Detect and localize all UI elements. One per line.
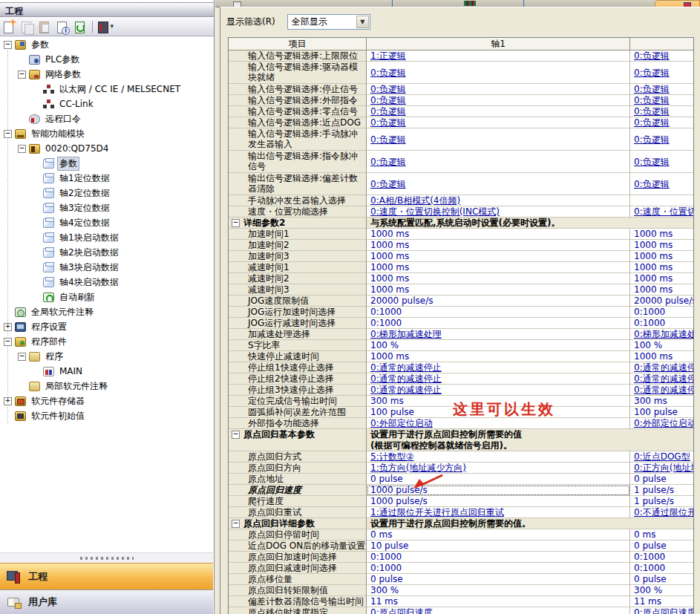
axis2-value-cell[interactable]: 0:1000 xyxy=(630,563,693,574)
tree-item-main[interactable]: MAIN xyxy=(0,364,213,379)
axis2-value-cell[interactable]: 0:负逻辑 xyxy=(630,117,693,128)
axis1-value-cell[interactable]: 300 % xyxy=(367,585,630,596)
axis2-value-cell[interactable]: 11 ms xyxy=(630,596,693,607)
axis2-value-cell[interactable]: 0:负逻辑 xyxy=(630,106,693,117)
paste-icon[interactable] xyxy=(37,20,52,34)
axis1-value-cell[interactable]: 100 % xyxy=(367,340,630,351)
axis2-value-cell[interactable]: 1 pulse/s xyxy=(630,485,693,496)
tree-item-parameter[interactable]: −参数 xyxy=(0,37,213,52)
axis1-value-cell[interactable]: 5:计数型② xyxy=(367,451,630,463)
tree-item-cc-link[interactable]: CC-Link xyxy=(0,97,213,111)
axis1-value-cell[interactable]: 0:1000 xyxy=(367,552,630,563)
collapse-icon[interactable]: − xyxy=(18,353,26,361)
tree-item-axis3-positioning-data[interactable]: 轴3定位数据 xyxy=(0,200,213,215)
axis1-value-cell[interactable]: 0:通常的减速停止 xyxy=(367,373,630,385)
tree-item-axis1-block-start-data[interactable]: 轴1块启动数据 xyxy=(0,230,213,245)
tree-item-axis2-positioning-data[interactable]: 轴2定位数据 xyxy=(0,186,213,200)
axis1-value-cell[interactable]: 0:负逻辑 xyxy=(367,84,630,95)
axis1-value-cell[interactable]: 0:原点回归速度 xyxy=(367,607,630,614)
axis2-value-cell[interactable]: 0:负逻辑 xyxy=(630,50,693,62)
expand-icon[interactable]: + xyxy=(4,397,12,405)
axis1-value-cell[interactable]: 0:负逻辑 xyxy=(367,151,630,173)
document-tab[interactable] xyxy=(393,0,524,7)
axis1-value-cell[interactable]: 0:负逻辑 xyxy=(367,117,630,128)
axis2-value-cell[interactable]: 0:负逻辑 xyxy=(630,62,693,84)
axis2-value-cell[interactable]: 100 % xyxy=(630,340,693,351)
axis2-value-cell[interactable]: 0:外部定位启动 xyxy=(630,418,693,429)
axis2-value-cell[interactable]: 0:速度・位置切换控制(INC模式) xyxy=(630,206,693,218)
axis1-value-cell[interactable]: 11 ms xyxy=(367,596,630,607)
axis2-value-cell[interactable]: 0 pulse xyxy=(630,574,693,585)
tree-item-program-parts[interactable]: −程序部件 xyxy=(0,334,213,349)
new-data-icon[interactable] xyxy=(1,20,16,34)
axis1-value-cell[interactable]: 1000 ms xyxy=(367,240,630,251)
display-filter-dropdown[interactable]: 全部显示 ▼ xyxy=(287,14,370,30)
module-dropdown-icon[interactable] xyxy=(97,20,112,34)
axis1-value-cell[interactable]: 0:通常的减速停止 xyxy=(367,385,630,396)
tree-item-device-memory[interactable]: +软元件存储器 xyxy=(0,393,213,408)
axis2-value-cell[interactable]: 1000 ms xyxy=(630,262,693,273)
collapse-icon[interactable]: − xyxy=(232,431,240,439)
axis2-value-cell[interactable]: 1000 ms xyxy=(630,351,693,362)
axis2-value-cell[interactable]: 1000 ms xyxy=(630,251,693,262)
axis1-value-cell[interactable]: 0:速度・位置切换控制(INC模式) xyxy=(367,206,630,218)
axis1-value-cell[interactable]: 0:1000 xyxy=(367,307,630,318)
tree-item-ethernet-ccie-melsecnet[interactable]: 以太网 / CC IE / MELSECNET xyxy=(0,82,213,97)
axis1-value-cell[interactable]: 0:梯形加减速处理 xyxy=(367,329,630,340)
property-icon[interactable] xyxy=(55,20,70,34)
axis2-value-cell[interactable]: 1 pulse/s xyxy=(630,496,693,507)
tree-item-axis1-positioning-data[interactable]: 轴1定位数据 xyxy=(0,171,213,186)
axis2-value-cell[interactable]: 100 pulse xyxy=(630,407,693,418)
collapse-icon[interactable]: − xyxy=(18,145,26,153)
axis1-value-cell[interactable]: 1000 ms xyxy=(367,284,630,295)
axis1-value-cell[interactable]: 1000 ms xyxy=(367,262,630,273)
axis1-value-cell[interactable]: 0:负逻辑 xyxy=(367,173,630,195)
axis2-value-cell[interactable]: 0:负逻辑 xyxy=(630,95,693,106)
tree-item-intelligent-function-module[interactable]: −智能功能模块 xyxy=(0,126,213,141)
axis1-value-cell[interactable]: 0:1000 xyxy=(367,563,630,574)
tab-project[interactable]: 工程 xyxy=(0,563,213,589)
axis2-value-cell[interactable]: 300 % xyxy=(630,585,693,596)
axis2-value-cell[interactable]: 0 pulse xyxy=(630,540,693,552)
axis2-value-cell[interactable]: 0:通常的减速停止 xyxy=(630,385,693,396)
axis1-value-cell[interactable]: 1:通过限位开关进行原点回归重试 xyxy=(367,507,630,518)
axis2-value-cell[interactable]: 20000 pulse/s xyxy=(630,295,693,307)
collapse-icon[interactable]: − xyxy=(4,130,12,138)
axis1-value-cell[interactable]: 1000 pulse/s xyxy=(367,496,630,507)
axis2-value-cell[interactable]: 0:不通过限位开关进行原点回归重试 xyxy=(630,507,693,518)
axis2-value-cell[interactable]: 0:1000 xyxy=(630,307,693,318)
axis1-value-cell[interactable]: 0:A相/B相模式(4倍频) xyxy=(367,195,630,206)
tab-user-library[interactable]: 用户库 xyxy=(0,589,213,614)
copy-icon[interactable] xyxy=(19,20,34,34)
axis1-value-cell[interactable]: 1000 ms xyxy=(367,229,630,240)
refresh-icon[interactable] xyxy=(73,20,88,34)
tree-item-axis3-block-start-data[interactable]: 轴3块启动数据 xyxy=(0,260,213,275)
axis2-value-cell[interactable]: 1000 ms xyxy=(630,284,693,295)
axis2-value-cell[interactable]: 0:原点回归速度 xyxy=(630,607,693,614)
document-tab[interactable] xyxy=(229,0,393,7)
axis2-value-cell[interactable]: 0:负逻辑 xyxy=(630,151,693,173)
tree-item-device-initial-value[interactable]: 软元件初始值 xyxy=(0,408,213,423)
axis1-value-cell[interactable]: 1:负方向(地址减少方向) xyxy=(367,463,630,474)
axis2-value-cell[interactable]: 0 ms xyxy=(630,529,693,540)
axis2-value-cell[interactable]: 0:负逻辑 xyxy=(630,128,693,151)
tree-item-network-parameter[interactable]: −网络参数 xyxy=(0,67,213,82)
axis2-value-cell[interactable]: 300 ms xyxy=(630,396,693,407)
axis2-value-cell[interactable]: 0:梯形加减速处理 xyxy=(630,329,693,340)
collapse-icon[interactable]: − xyxy=(4,338,12,346)
axis1-value-cell[interactable]: 0:负逻辑 xyxy=(367,62,630,84)
tree-item-local-device-comment[interactable]: 局部软元件注释 xyxy=(0,379,213,393)
tree-item-qd75-parameter[interactable]: 参数 xyxy=(0,156,213,171)
axis1-value-cell[interactable]: 0:负逻辑 xyxy=(367,95,630,106)
axis1-value-cell[interactable]: 10 pulse xyxy=(367,540,630,552)
axis1-value-cell[interactable]: 0:通常的减速停止 xyxy=(367,362,630,373)
tree-item-plc-parameter[interactable]: PLC参数 xyxy=(0,52,213,67)
tree-item-axis2-block-start-data[interactable]: 轴2块启动数据 xyxy=(0,245,213,260)
axis2-value-cell[interactable]: 0:负逻辑 xyxy=(630,84,693,95)
tree-item-axis4-block-start-data[interactable]: 轴4块启动数据 xyxy=(0,275,213,290)
axis2-value-cell[interactable] xyxy=(630,195,693,206)
collapse-icon[interactable]: − xyxy=(232,219,240,227)
axis2-value-cell[interactable]: 0:负逻辑 xyxy=(630,173,693,195)
tree-item-global-device-comment[interactable]: 全局软元件注释 xyxy=(0,304,213,319)
axis2-value-cell[interactable]: 0:近点DOG型 xyxy=(630,451,693,463)
